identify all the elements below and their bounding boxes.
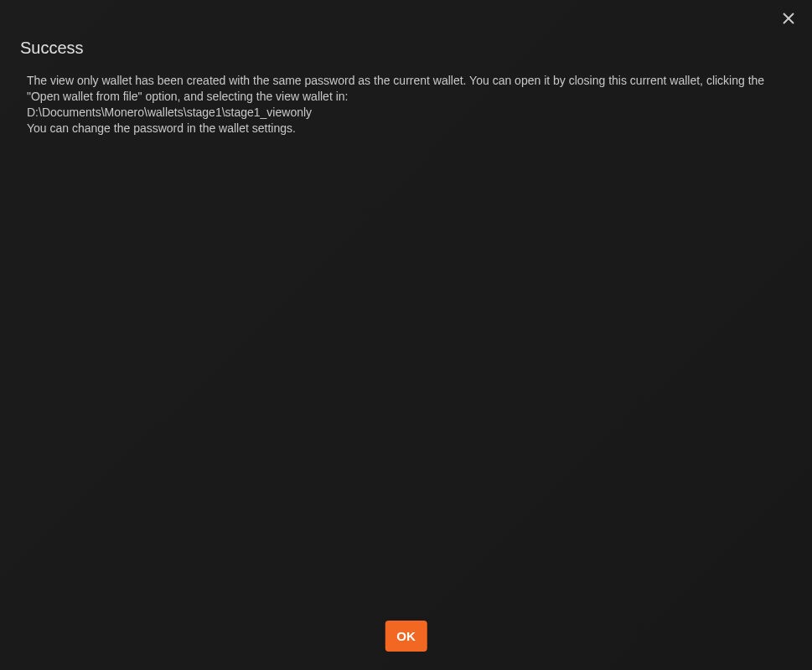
success-dialog: Success The view only wallet has been cr… [0, 0, 812, 670]
message-path: D:\Documents\Monero\wallets\stage1\stage… [27, 105, 785, 121]
message-line: You can change the password in the walle… [27, 121, 785, 137]
close-icon [782, 12, 795, 28]
message-line: The view only wallet has been created wi… [27, 73, 785, 105]
ok-button[interactable]: OK [385, 621, 427, 652]
dialog-message: The view only wallet has been created wi… [20, 73, 792, 137]
dialog-title: Success [20, 39, 792, 58]
close-button[interactable] [778, 10, 799, 30]
